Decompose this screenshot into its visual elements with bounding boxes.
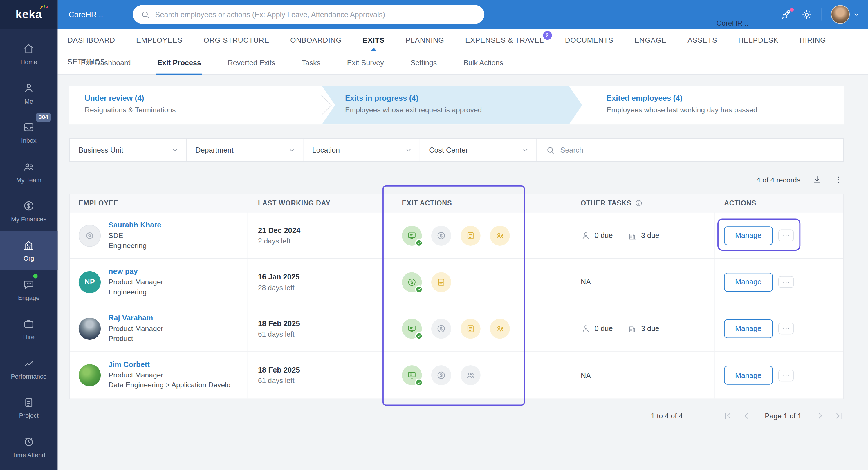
- actions-cell: Manage: [715, 352, 843, 398]
- whats-new-rocket-icon[interactable]: [781, 9, 792, 20]
- sidebar-item-org[interactable]: Org: [0, 231, 58, 270]
- prev-page-icon[interactable]: [741, 411, 751, 420]
- global-search-input[interactable]: [155, 10, 477, 19]
- next-page-icon[interactable]: [815, 411, 825, 420]
- manage-button[interactable]: Manage: [724, 226, 773, 245]
- global-search[interactable]: [133, 5, 484, 24]
- sidebar-item-me[interactable]: Me: [0, 74, 58, 113]
- manage-button[interactable]: Manage: [724, 273, 773, 291]
- records-count: 4 of 4 records: [756, 176, 801, 184]
- manage-button[interactable]: Manage: [724, 319, 773, 338]
- main-area: CoreHR ..: [58, 0, 868, 470]
- notification-dot: [789, 7, 794, 12]
- app-name: CoreHR ..: [69, 10, 103, 19]
- device-icon[interactable]: [402, 225, 422, 245]
- manage-button[interactable]: Manage: [724, 366, 773, 385]
- profile-menu[interactable]: [831, 5, 860, 24]
- filter-business-unit[interactable]: Business Unit: [70, 139, 186, 161]
- nav-item-expenses-travel[interactable]: EXPENSES & TRAVEL 2: [465, 36, 544, 44]
- table-header: EMPLOYEE LAST WORKING DAY EXIT ACTIONS O…: [70, 194, 843, 213]
- check-badge-icon: [415, 379, 423, 386]
- nav-item-org-structure[interactable]: ORG STRUCTURE: [204, 36, 269, 44]
- table-search[interactable]: [537, 139, 843, 161]
- table-search-input[interactable]: [560, 146, 834, 154]
- sidebar-item-performance[interactable]: Performance: [0, 349, 58, 388]
- filter-location[interactable]: Location: [303, 139, 420, 161]
- info-icon[interactable]: [635, 199, 643, 207]
- tab-reverted-exits[interactable]: Reverted Exits: [214, 51, 288, 74]
- days-left: 61 days left: [258, 376, 300, 385]
- nav-item-documents[interactable]: DOCUMENTS: [565, 36, 614, 44]
- handover-icon[interactable]: [461, 365, 480, 385]
- row-more-button[interactable]: [778, 369, 794, 381]
- filter-department[interactable]: Department: [187, 139, 303, 161]
- tasks-icon[interactable]: [461, 225, 480, 245]
- row-more-button[interactable]: [778, 276, 794, 288]
- table-row-new-pay: NP new pay Product Manager Engineering 1…: [70, 259, 843, 306]
- settings-gear-icon[interactable]: [801, 9, 813, 20]
- stage-exited-employees-4[interactable]: Exited employees (4) Employees whose las…: [582, 86, 844, 125]
- employee-name-link[interactable]: new pay: [108, 267, 163, 276]
- kebab-vertical-icon[interactable]: [834, 175, 844, 185]
- nav-item-hiring[interactable]: HIRING: [800, 36, 826, 44]
- row-more-button[interactable]: [778, 230, 794, 241]
- employee-name-link[interactable]: Jim Corbett: [108, 361, 230, 369]
- employee-department: Product: [108, 333, 163, 343]
- sidebar-item-inbox[interactable]: 304 Inbox: [0, 113, 58, 152]
- column-header-employee: EMPLOYEE: [70, 199, 248, 207]
- exit-actions-cell: [382, 259, 526, 305]
- table-row-saurabh-khare: Saurabh Khare SDE Engineering 21 Dec 202…: [70, 212, 843, 259]
- app-name-secondary: CoreHR ..: [716, 19, 748, 27]
- other-tasks-na: NA: [581, 371, 591, 379]
- nav-item-planning[interactable]: PLANNING: [406, 36, 444, 44]
- payroll-icon[interactable]: [431, 319, 451, 339]
- sidebar-item-project[interactable]: Project: [0, 388, 58, 427]
- exit-process-content: Under review (4) Resignations & Terminat…: [58, 75, 868, 470]
- last-working-day: 18 Feb 2025: [258, 366, 300, 374]
- device-icon[interactable]: [402, 365, 422, 385]
- nav-item-assets[interactable]: ASSETS: [687, 36, 717, 44]
- nav-item-dashboard[interactable]: DASHBOARD: [68, 36, 115, 44]
- sidebar-item-time-attend[interactable]: Time Attend: [0, 427, 58, 467]
- stage-under-review-4[interactable]: Under review (4) Resignations & Terminat…: [69, 86, 321, 125]
- nav-item-onboarding[interactable]: ONBOARDING: [290, 36, 342, 44]
- handover-icon[interactable]: [490, 319, 510, 339]
- tab-exit-dashboard[interactable]: Exit Dashboard: [68, 51, 144, 74]
- payroll-icon[interactable]: [402, 272, 422, 292]
- exit-table: EMPLOYEE LAST WORKING DAY EXIT ACTIONS O…: [69, 194, 844, 399]
- sidebar-item-my-finances[interactable]: My Finances: [0, 191, 58, 231]
- sidebar-item-hire[interactable]: Hire: [0, 309, 58, 348]
- nav-item-engage[interactable]: ENGAGE: [634, 36, 666, 44]
- nav-item-helpdesk[interactable]: HELPDESK: [738, 36, 778, 44]
- payroll-icon[interactable]: [431, 225, 451, 245]
- tab-bulk-actions[interactable]: Bulk Actions: [450, 51, 517, 74]
- tab-exit-process[interactable]: Exit Process: [144, 51, 214, 74]
- first-page-icon[interactable]: [723, 411, 732, 420]
- payroll-icon[interactable]: [431, 365, 451, 385]
- employee-name-link[interactable]: Saurabh Khare: [108, 221, 161, 229]
- handover-icon[interactable]: [490, 225, 510, 245]
- sidebar-item-engage[interactable]: Engage: [0, 270, 58, 309]
- nav-item-employees[interactable]: EMPLOYEES: [136, 36, 183, 44]
- nav-item-exits[interactable]: EXITS: [363, 36, 384, 44]
- engage-icon: [23, 278, 35, 290]
- tasks-icon[interactable]: [431, 272, 451, 292]
- sidebar-item-my-team[interactable]: My Team: [0, 152, 58, 191]
- sidebar-item-home[interactable]: Home: [0, 34, 58, 73]
- filter-cost-center[interactable]: Cost Center: [420, 139, 537, 161]
- stage-exits-in-progress-4[interactable]: Exits in progress (4) Employees whose ex…: [322, 86, 582, 125]
- keka-logo[interactable]: keka: [0, 0, 58, 29]
- search-icon: [141, 9, 150, 19]
- last-working-day-cell: 21 Dec 2024 2 days left: [248, 212, 383, 258]
- tab-exit-survey[interactable]: Exit Survey: [334, 51, 397, 74]
- employee-name-link[interactable]: Raj Varaham: [108, 314, 163, 322]
- device-icon[interactable]: [402, 319, 422, 339]
- last-page-icon[interactable]: [834, 411, 844, 420]
- employee-cell: Raj Varaham Product Manager Product: [70, 306, 248, 351]
- download-icon[interactable]: [812, 175, 822, 185]
- tab-settings[interactable]: Settings: [397, 51, 450, 74]
- time-icon: [23, 436, 35, 448]
- tasks-icon[interactable]: [461, 319, 480, 339]
- row-more-button[interactable]: [778, 323, 794, 334]
- tab-tasks[interactable]: Tasks: [288, 51, 334, 74]
